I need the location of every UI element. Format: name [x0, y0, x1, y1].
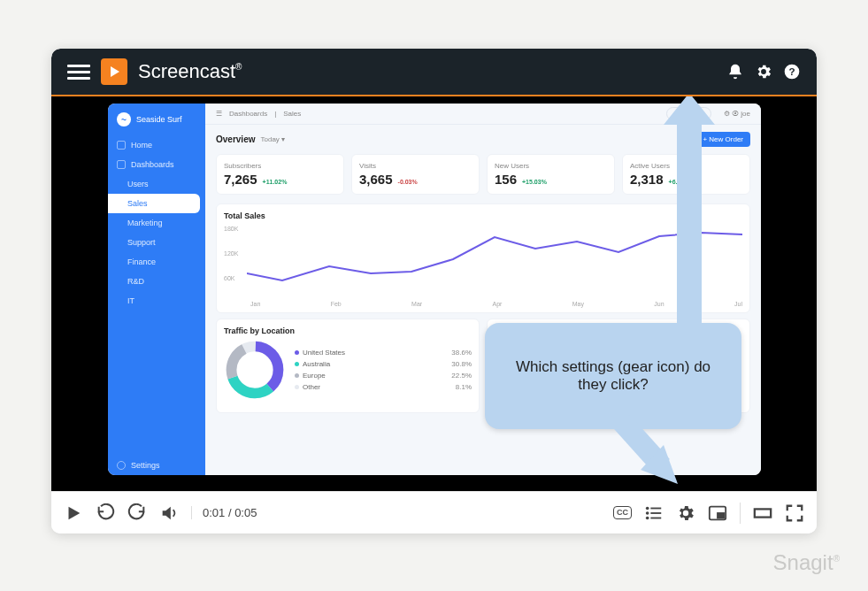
replay-forward-icon[interactable] [127, 503, 147, 523]
stat-subscribers: Subscribers 7,265+11.02% [216, 154, 344, 195]
svg-rect-18 [755, 509, 771, 517]
svg-rect-11 [650, 507, 661, 509]
fullscreen-icon[interactable] [785, 503, 804, 523]
svg-point-12 [646, 511, 649, 515]
donut-chart [224, 339, 286, 401]
bell-icon[interactable] [726, 63, 744, 81]
player-gear-icon[interactable] [676, 503, 695, 523]
chapters-icon[interactable] [644, 503, 664, 523]
breadcrumb: ☰ Dashboards| Sales ⌕ Search ⚙ ⦿ joe [205, 104, 761, 125]
sidebar-item-rd[interactable]: R&D [108, 272, 205, 291]
menu-icon[interactable] [67, 65, 90, 80]
sidebar-item-home[interactable]: Home [108, 135, 205, 155]
svg-rect-15 [650, 517, 661, 518]
player-controls: 0:01 / 0:05 CC [51, 491, 817, 533]
snagit-watermark: Snagit® [773, 550, 840, 575]
sidebar-item-it[interactable]: IT [108, 291, 205, 311]
screencast-brand: Screencast® [138, 60, 242, 83]
help-icon[interactable]: ? [783, 63, 801, 81]
volume-icon[interactable] [159, 503, 179, 523]
svg-marker-9 [69, 506, 81, 519]
time-display: 0:01 / 0:05 [191, 506, 257, 519]
stat-activeusers: Active Users 2,318+6.08% [622, 154, 750, 195]
sidebar-item-users[interactable]: Users [108, 174, 205, 194]
sidebar-item-support[interactable]: Support [108, 233, 205, 252]
search-input[interactable]: ⌕ Search [666, 107, 711, 120]
annotation-callout: Which settings (gear icon) do they click… [485, 323, 741, 429]
stat-visits: Visits 3,665-0.03% [351, 154, 480, 195]
traffic-location-panel: Traffic by Location United States38.6% A… [216, 319, 480, 413]
gear-icon[interactable] [755, 63, 772, 81]
stat-newusers: New Users 156+15.03% [487, 154, 615, 195]
new-order-button[interactable]: + New Order [695, 132, 750, 147]
replay-back-icon[interactable] [96, 503, 115, 523]
wave-icon: ~ [117, 112, 131, 127]
total-sales-chart: 180K 120K 60K JanFebMarAprMayJunJul [224, 224, 742, 305]
sidebar: ~ Seaside Surf Home Dashboards Users Sal… [108, 104, 205, 475]
sidebar-item-dashboards[interactable]: Dashboards [108, 155, 205, 174]
video-viewport[interactable]: ~ Seaside Surf Home Dashboards Users Sal… [51, 96, 817, 491]
svg-marker-0 [111, 66, 119, 77]
sidebar-item-marketing[interactable]: Marketing [108, 213, 205, 233]
svg-point-10 [646, 506, 649, 510]
overview-header: Overview Today ▾ + New Order [205, 125, 761, 150]
screencast-header: Screencast® ? [51, 49, 817, 95]
svg-text:?: ? [788, 65, 795, 77]
theater-icon[interactable] [753, 503, 772, 523]
svg-rect-17 [718, 513, 724, 518]
sidebar-item-finance[interactable]: Finance [108, 252, 205, 272]
stat-cards: Subscribers 7,265+11.02% Visits 3,665-0.… [205, 150, 761, 198]
sidebar-brand: ~ Seaside Surf [108, 104, 205, 135]
svg-point-14 [646, 516, 649, 519]
total-sales-panel: Total Sales 180K 120K 60K JanFebMarAprMa… [216, 203, 750, 313]
sidebar-item-sales[interactable]: Sales [108, 194, 200, 213]
screencast-logo-icon[interactable] [101, 58, 127, 85]
sidebar-item-settings[interactable]: Settings [108, 456, 205, 475]
play-icon[interactable] [64, 503, 83, 523]
closed-captions-icon[interactable]: CC [613, 506, 632, 519]
video-player: Screencast® ? ~ Seaside Surf Home Dashbo… [51, 49, 817, 533]
svg-rect-13 [650, 512, 661, 514]
pip-icon[interactable] [708, 503, 727, 523]
